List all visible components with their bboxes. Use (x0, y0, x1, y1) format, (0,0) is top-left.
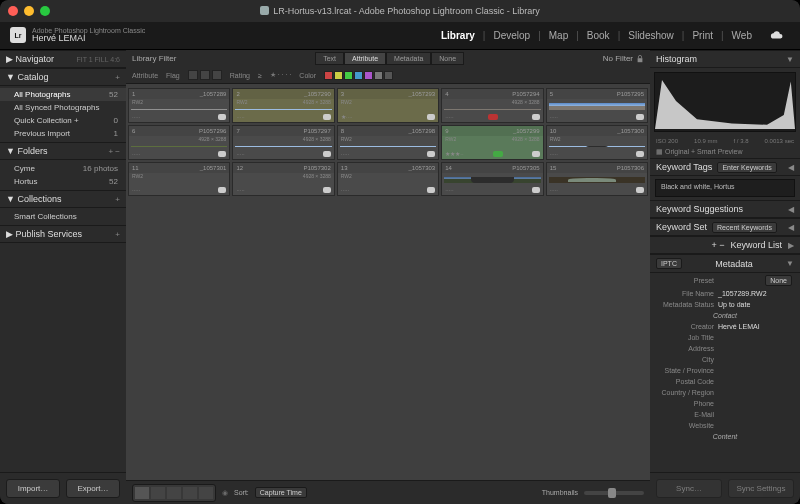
navigator-header[interactable]: ▶ Navigator FIT 1 FILL 4:6 (0, 50, 126, 68)
grid-cell[interactable]: 2_1057290RW24928 × 3288····· (232, 88, 334, 123)
filter-tab-metadata[interactable]: Metadata (386, 52, 431, 65)
metadata-field[interactable]: Country / Region (650, 387, 800, 398)
sort-dropdown[interactable]: Capture Time (255, 487, 307, 498)
compare-view-icon[interactable] (167, 487, 181, 499)
export-button[interactable]: Export… (66, 479, 120, 498)
metadata-view-dropdown[interactable]: IPTC (656, 258, 682, 269)
keyword-set-dropdown[interactable]: Recent Keywords (712, 222, 777, 233)
keyword-list-header[interactable]: + −Keyword List▶ (650, 236, 800, 254)
grid-toolbar: ◉ Sort: Capture Time Thumbnails (126, 480, 650, 504)
window-title: LR-Hortus-v13.lrcat - Adobe Photoshop Li… (273, 6, 540, 16)
keyword-set-header[interactable]: Keyword Set Recent Keywords ◀ (650, 218, 800, 236)
painter-icon[interactable]: ◉ (222, 489, 228, 497)
color-filter[interactable] (324, 71, 393, 80)
survey-view-icon[interactable] (183, 487, 197, 499)
user-name: Hervé LEMAI (32, 34, 145, 44)
loupe-view-icon[interactable] (151, 487, 165, 499)
catalog-item[interactable]: All Photographs52 (0, 88, 126, 101)
folder-item[interactable]: Hortus52 (0, 175, 126, 188)
catalog-item[interactable]: All Synced Photographs (0, 101, 126, 114)
grid-cell[interactable]: 8_1057298RW2····· (337, 125, 439, 160)
module-slideshow[interactable]: Slideshow (622, 28, 680, 43)
grid-cell[interactable]: 11_1057301RW2····· (128, 162, 230, 196)
cloud-sync-icon[interactable] (760, 28, 790, 44)
module-print[interactable]: Print (686, 28, 719, 43)
people-view-icon[interactable] (199, 487, 213, 499)
minimize-window-icon[interactable] (24, 6, 34, 16)
thumbnail-size-slider[interactable] (584, 491, 644, 495)
module-bar: Lr Adobe Photoshop Lightroom Classic Her… (0, 22, 800, 50)
module-book[interactable]: Book (581, 28, 616, 43)
sync-button[interactable]: Sync… (656, 479, 722, 498)
grid-cell[interactable]: 12P10573024928 × 3288····· (232, 162, 334, 196)
grid-cell[interactable]: 3_1057293RW2★···· (337, 88, 439, 123)
lightroom-logo-icon: Lr (10, 27, 26, 43)
no-filter-preset[interactable]: No Filter (603, 54, 633, 63)
rating-filter[interactable]: ★ · · · · (270, 71, 292, 79)
module-library[interactable]: Library (435, 28, 481, 43)
catalog-header[interactable]: ▼ Catalog+ (0, 68, 126, 86)
filter-tab-none[interactable]: None (431, 52, 464, 65)
grid-cell[interactable]: 15P1057306····· (546, 162, 648, 196)
photo-grid[interactable]: 1_1057289RW2·····2_1057290RW24928 × 3288… (126, 84, 650, 480)
keywording-header[interactable]: Keyword Tags Enter Keywords ◀ (650, 158, 800, 176)
metadata-header[interactable]: IPTC Metadata▼ (650, 254, 800, 273)
lock-icon[interactable] (636, 55, 644, 63)
identity-plate[interactable]: Lr Adobe Photoshop Lightroom Classic Her… (10, 27, 145, 45)
grid-cell[interactable]: 1_1057289RW2····· (128, 88, 230, 123)
metadata-section-header: Contact (650, 310, 800, 321)
grid-cell[interactable]: 14P1057305····· (441, 162, 543, 196)
catalog-item[interactable]: Previous Import1 (0, 127, 126, 140)
grid-cell[interactable]: 6P10572964928 × 3288····· (128, 125, 230, 160)
metadata-field[interactable]: Metadata StatusUp to date (650, 299, 800, 310)
document-icon (260, 6, 269, 15)
keyword-mode-dropdown[interactable]: Enter Keywords (717, 162, 776, 173)
metadata-field[interactable]: File Name_1057289.RW2 (650, 288, 800, 299)
module-map[interactable]: Map (543, 28, 574, 43)
keyword-input[interactable]: Black and white, Hortus (655, 179, 795, 197)
metadata-field[interactable]: State / Province (650, 365, 800, 376)
import-button[interactable]: Import… (6, 479, 60, 498)
filter-tab-attribute[interactable]: Attribute (344, 52, 386, 65)
metadata-field[interactable]: Phone (650, 398, 800, 409)
metadata-field[interactable]: Website (650, 420, 800, 431)
grid-cell[interactable]: 13_1057303RW2····· (337, 162, 439, 196)
grid-cell[interactable]: 4P10572944928 × 3288····· (441, 88, 543, 123)
grid-cell[interactable]: 5P1057295····· (546, 88, 648, 123)
histogram[interactable] (654, 72, 796, 132)
metadata-field[interactable]: City (650, 354, 800, 365)
grid-cell[interactable]: 10_1057300RW2····· (546, 125, 648, 160)
metadata-section-header: Content (650, 431, 800, 442)
metadata-field[interactable]: Address (650, 343, 800, 354)
svg-rect-0 (638, 58, 643, 62)
metadata-field[interactable]: Job Title (650, 332, 800, 343)
filter-tab-text[interactable]: Text (315, 52, 344, 65)
module-develop[interactable]: Develop (487, 28, 536, 43)
right-panel: Histogram▼ ISO 200 10.9 mm f / 3.8 0.001… (650, 50, 800, 504)
close-window-icon[interactable] (8, 6, 18, 16)
metadata-field[interactable]: E-Mail (650, 409, 800, 420)
folders-header[interactable]: ▼ Folders+ − (0, 142, 126, 160)
histogram-header[interactable]: Histogram▼ (650, 50, 800, 68)
sync-settings-button[interactable]: Sync Settings (728, 479, 794, 498)
collections-header[interactable]: ▼ Collections+ (0, 190, 126, 208)
library-filter-bar: Library Filter TextAttributeMetadataNone… (126, 50, 650, 84)
collection-item[interactable]: Smart Collections (0, 210, 126, 223)
flag-filter[interactable] (188, 70, 222, 80)
grid-view-icon[interactable] (135, 487, 149, 499)
zoom-window-icon[interactable] (40, 6, 50, 16)
publish-header[interactable]: ▶ Publish Services+ (0, 225, 126, 243)
library-filter-label: Library Filter (132, 54, 176, 63)
view-mode-switch[interactable] (132, 484, 216, 502)
folder-item[interactable]: Cyme16 photos (0, 162, 126, 175)
center-panel: Library Filter TextAttributeMetadataNone… (126, 50, 650, 504)
grid-cell[interactable]: 9_1057299RW24928 × 3288★★★·· (441, 125, 543, 160)
metadata-preset-dropdown[interactable]: None (765, 275, 792, 286)
grid-cell[interactable]: 7P10572974928 × 3288····· (232, 125, 334, 160)
metadata-field[interactable]: CreatorHervé LEMAI (650, 321, 800, 332)
catalog-item[interactable]: Quick Collection +0 (0, 114, 126, 127)
keyword-suggestions-header[interactable]: Keyword Suggestions◀ (650, 200, 800, 218)
module-web[interactable]: Web (726, 28, 758, 43)
preview-status: ▦ Original + Smart Preview (650, 146, 800, 158)
metadata-field[interactable]: Postal Code (650, 376, 800, 387)
